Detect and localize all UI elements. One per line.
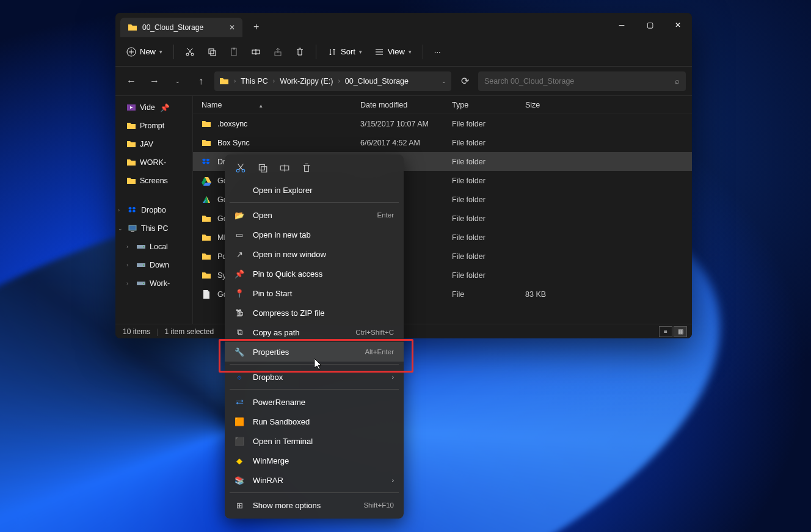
- ctx-powerrename[interactable]: ⮂PowerRename: [225, 392, 404, 412]
- separator: [316, 45, 316, 59]
- col-type[interactable]: Type: [443, 101, 517, 109]
- sidebar-item[interactable]: ›Local: [115, 238, 192, 256]
- file-icon: [202, 252, 211, 261]
- new-label: New: [140, 47, 156, 56]
- address-bar[interactable]: › This PC › Work-Zippy (E:) › 00_Cloud_S…: [214, 71, 451, 91]
- expander-icon[interactable]: ›: [126, 280, 133, 286]
- file-name: Box Sync: [217, 139, 352, 147]
- sandbox-icon: 🟧: [235, 417, 244, 426]
- up-button[interactable]: ↑: [191, 71, 211, 91]
- tab-title: 00_Cloud_Storage: [142, 23, 224, 32]
- trash-icon: [295, 47, 305, 57]
- ctx-compress-zip[interactable]: 🗜Compress to ZIP file: [225, 303, 404, 322]
- ctx-dropbox[interactable]: ⟐Dropbox›: [225, 367, 404, 387]
- view-button[interactable]: View ▾: [369, 42, 416, 62]
- more-button[interactable]: ···: [429, 42, 446, 62]
- chevron-right-icon: ›: [392, 477, 394, 484]
- ctx-winmerge[interactable]: ◆WinMerge: [225, 451, 404, 470]
- breadcrumb-folder[interactable]: 00_Cloud_Storage: [345, 77, 409, 86]
- col-date[interactable]: Date modified: [352, 101, 443, 109]
- window-icon: ↗: [235, 249, 244, 259]
- sidebar-item[interactable]: Vide📌: [115, 98, 192, 117]
- ctx-open-tab[interactable]: ▭Open in new tab: [225, 225, 404, 244]
- sidebar-item[interactable]: ›Dropbo: [115, 201, 192, 219]
- navbar: ← → ⌄ ↑ › This PC › Work-Zippy (E:) › 00…: [115, 67, 692, 96]
- ctx-open-explorer[interactable]: Open in Explorer: [225, 180, 404, 200]
- chevron-right-icon: ›: [234, 78, 236, 84]
- cut-icon: [235, 162, 246, 173]
- share-button[interactable]: [268, 42, 288, 62]
- ctx-open-window[interactable]: ↗Open in new window: [225, 244, 404, 264]
- ctx-open-terminal[interactable]: ⬛Open in Terminal: [225, 431, 404, 451]
- ctx-winrar[interactable]: 📚WinRAR›: [225, 470, 404, 490]
- rename-button[interactable]: [246, 42, 266, 62]
- thumbnails-view-button[interactable]: ▦: [674, 326, 687, 337]
- winrar-icon: 📚: [235, 475, 244, 485]
- sidebar-item[interactable]: WORK-: [115, 153, 192, 172]
- search-icon[interactable]: ⌕: [675, 77, 680, 86]
- col-name[interactable]: Name▲: [193, 101, 352, 109]
- copy-button[interactable]: [202, 42, 222, 62]
- search-box[interactable]: ⌕: [478, 71, 686, 91]
- sort-button[interactable]: Sort ▾: [322, 42, 367, 62]
- close-window-button[interactable]: ✕: [664, 13, 692, 37]
- forward-button[interactable]: →: [145, 71, 164, 91]
- breadcrumb-root[interactable]: This PC: [241, 77, 267, 86]
- close-tab-icon[interactable]: ✕: [229, 23, 235, 32]
- open-folder-icon: 📂: [235, 210, 244, 220]
- sidebar-item[interactable]: ›Work-: [115, 274, 192, 293]
- chevron-down-icon: ▾: [159, 49, 162, 55]
- back-button[interactable]: ←: [122, 71, 141, 91]
- window-tab[interactable]: 00_Cloud_Storage ✕: [120, 18, 242, 37]
- file-icon: [202, 138, 211, 148]
- ctx-pin-start[interactable]: 📍Pin to Start: [225, 283, 404, 303]
- sort-label: Sort: [341, 47, 355, 56]
- sidebar-item[interactable]: Screens: [115, 172, 192, 190]
- maximize-button[interactable]: ▢: [636, 13, 664, 37]
- powerrename-icon: ⮂: [235, 397, 244, 407]
- chevron-right-icon: ›: [338, 78, 340, 84]
- delete-button[interactable]: [290, 42, 310, 62]
- new-button[interactable]: New ▾: [122, 42, 167, 62]
- sidebar-item[interactable]: Prompt: [115, 117, 192, 135]
- paste-button[interactable]: [224, 42, 244, 62]
- pin-start-icon: 📍: [235, 288, 244, 298]
- toolbar: New ▾ Sort ▾ View ▾ ···: [115, 37, 692, 67]
- expander-icon[interactable]: ⌄: [118, 225, 124, 231]
- cut-button[interactable]: [180, 42, 200, 62]
- file-type: File folder: [443, 195, 517, 204]
- winmerge-icon: ◆: [235, 456, 244, 465]
- refresh-button[interactable]: ⟳: [455, 71, 475, 91]
- ctx-open[interactable]: 📂OpenEnter: [225, 205, 404, 225]
- table-row[interactable]: .boxsync3/15/2017 10:07 AMFile folder: [193, 114, 692, 133]
- sidebar-item[interactable]: ›Down: [115, 256, 192, 274]
- cut-button[interactable]: [235, 162, 247, 174]
- expander-icon[interactable]: ›: [126, 262, 133, 268]
- ctx-show-more[interactable]: ⊞Show more optionsShift+F10: [225, 495, 404, 515]
- chevron-down-icon[interactable]: ⌄: [442, 78, 446, 84]
- ctx-pin-quick-access[interactable]: 📌Pin to Quick access: [225, 264, 404, 283]
- ctx-run-sandboxed[interactable]: 🟧Run Sandboxed: [225, 412, 404, 431]
- expander-icon[interactable]: ›: [118, 207, 124, 213]
- col-size[interactable]: Size: [517, 101, 566, 109]
- pin-icon: 📌: [235, 269, 244, 279]
- sidebar-item[interactable]: JAV: [115, 135, 192, 153]
- sidebar-item-label: Dropbo: [141, 206, 166, 214]
- minimize-button[interactable]: ─: [608, 13, 636, 37]
- sidebar-item[interactable]: ⌄This PC: [115, 219, 192, 238]
- copy-button[interactable]: [256, 162, 269, 174]
- svg-rect-10: [129, 225, 136, 230]
- search-input[interactable]: [484, 77, 675, 86]
- details-view-button[interactable]: ≡: [659, 326, 672, 337]
- rename-button[interactable]: [278, 162, 291, 174]
- file-type: File folder: [443, 158, 517, 166]
- delete-button[interactable]: [300, 162, 313, 174]
- table-row[interactable]: Box Sync6/6/2017 4:52 AMFile folder: [193, 133, 692, 152]
- new-tab-button[interactable]: +: [253, 21, 259, 32]
- sidebar-item-label: Vide: [140, 103, 155, 112]
- recent-button[interactable]: ⌄: [168, 71, 187, 91]
- ctx-copy-path[interactable]: ⧉Copy as pathCtrl+Shift+C: [225, 322, 404, 342]
- expander-icon[interactable]: ›: [126, 244, 133, 250]
- ctx-properties[interactable]: 🔧PropertiesAlt+Enter: [225, 342, 404, 362]
- breadcrumb-drive[interactable]: Work-Zippy (E:): [280, 77, 333, 86]
